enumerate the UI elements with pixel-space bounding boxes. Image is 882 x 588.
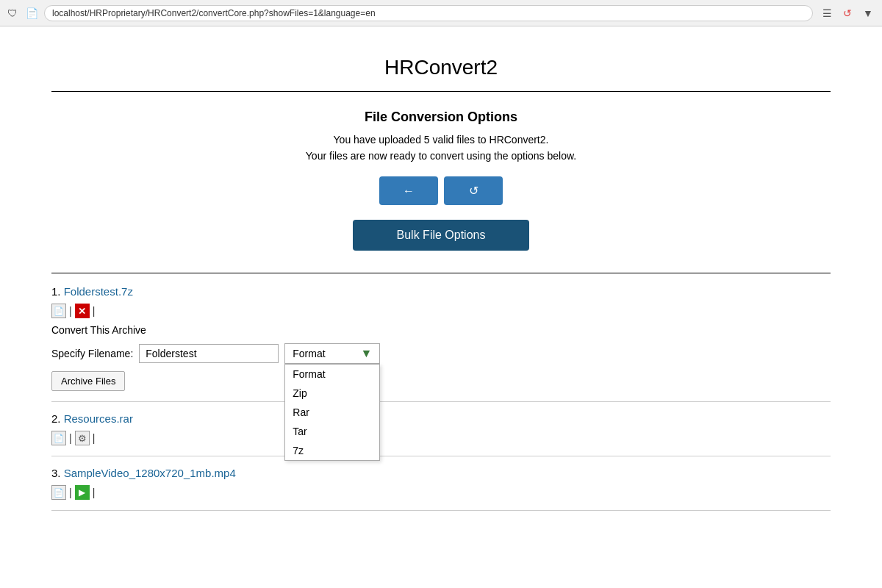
file-2-link[interactable]: Resources.rar [64,412,133,425]
file-item-1: 1. Folderstest.7z 📄 | ✕ | Convert This A… [51,285,831,391]
file-3-name-row: 3. SampleVideo_1280x720_1mb.mp4 [51,467,831,479]
menu-icon[interactable]: ▼ [860,5,876,21]
file-3-number: 3. [51,467,64,479]
refresh-button[interactable]: ↺ [444,176,503,205]
file-1-format-select[interactable]: Format ▼ [284,343,380,364]
page-title: HRConvert2 [51,41,831,91]
file-1-specify-label: Specify Filename: [51,348,133,359]
format-option-7z[interactable]: 7z [285,441,379,460]
file-1-name-row: 1. Folderstest.7z [51,285,831,298]
file-2-name-row: 2. Resources.rar [51,412,831,425]
file-1-format-wrapper: Format ▼ Format Zip Rar Tar 7z [284,343,380,364]
separator-2b: | [90,432,98,444]
file-1-format-dropdown: Format Zip Rar Tar 7z [284,364,380,461]
divider-1 [51,401,831,402]
separator-2a: | [66,432,75,444]
file-3-link[interactable]: SampleVideo_1280x720_1mb.mp4 [64,467,236,479]
file-3-icons: 📄 | ▶ | [51,485,831,500]
subtitle-2: Your files are now ready to convert usin… [51,150,831,162]
separator-1a: | [66,305,75,317]
shield-icon: 🛡 [6,7,19,20]
page-icon: 📄 [25,7,38,20]
format-option-format[interactable]: Format [285,365,379,384]
file-2-number: 2. [51,412,64,425]
file-2-icons: 📄 | ⚙ | [51,431,831,445]
separator-1b: | [90,305,98,317]
format-option-rar[interactable]: Rar [285,403,379,422]
file-1-convert-label: Convert This Archive [51,324,831,336]
file-item-3: 3. SampleVideo_1280x720_1mb.mp4 📄 | ▶ | [51,467,831,500]
url-text: localhost/HRProprietary/HRConvert2/conve… [52,8,376,18]
file-1-format-arrow: ▼ [360,347,372,360]
browser-actions: ☰ ↺ ▼ [819,5,876,21]
divider-2 [51,456,831,456]
refresh-icon[interactable]: ↺ [839,5,856,21]
browser-chrome: 🛡 📄 localhost/HRProprietary/HRConvert2/c… [0,0,882,26]
file-2-doc-icon[interactable]: 📄 [51,431,66,445]
file-1-archive-button[interactable]: Archive Files [51,371,125,391]
file-3-play-icon[interactable]: ▶ [75,485,90,500]
file-1-filename-input[interactable] [139,344,279,363]
file-1-doc-icon[interactable]: 📄 [51,304,66,318]
bookmarks-icon[interactable]: ☰ [819,5,835,21]
back-button[interactable]: ← [379,176,438,205]
action-buttons: ← ↺ [51,176,831,205]
subtitle-1: You have uploaded 5 valid files to HRCon… [51,134,831,146]
file-1-number: 1. [51,285,64,298]
file-2-gear-icon[interactable]: ⚙ [75,431,90,445]
page-content: HRConvert2 File Conversion Options You h… [37,26,845,536]
file-1-icons: 📄 | ✕ | [51,304,831,318]
url-bar[interactable]: localhost/HRProprietary/HRConvert2/conve… [44,5,813,21]
separator-3b: | [90,487,98,498]
main-divider [51,273,831,273]
title-divider [51,91,831,92]
separator-3a: | [66,487,75,498]
file-1-format-label: Format [293,348,325,359]
divider-3 [51,510,831,511]
file-1-link[interactable]: Folderstest.7z [64,285,133,298]
bulk-file-options-button[interactable]: Bulk File Options [353,220,530,251]
section-title: File Conversion Options [51,110,831,125]
format-option-zip[interactable]: Zip [285,384,379,403]
file-3-doc-icon[interactable]: 📄 [51,485,66,500]
file-1-filename-row: Specify Filename: Format ▼ Format Zip Ra… [51,343,831,364]
file-1-archive-btn-row: Archive Files [51,371,831,391]
file-item-2: 2. Resources.rar 📄 | ⚙ | [51,412,831,445]
format-option-tar[interactable]: Tar [285,422,379,441]
file-1-delete-icon[interactable]: ✕ [75,304,90,318]
